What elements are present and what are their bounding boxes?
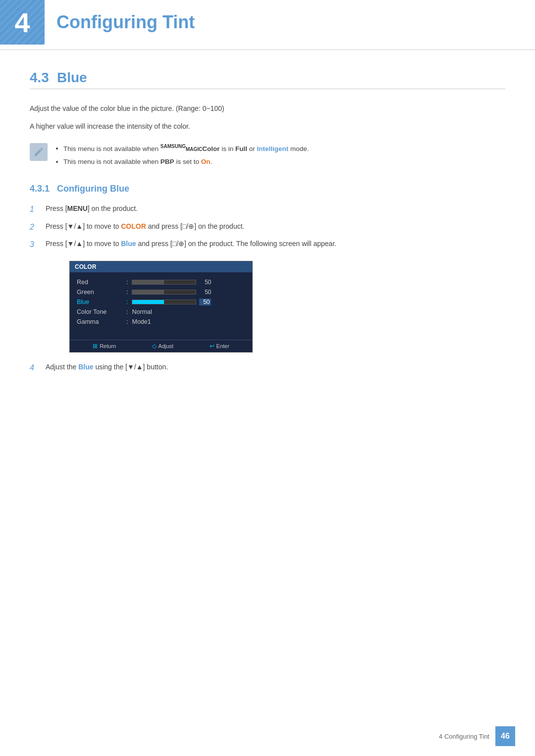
step-text-3: Press [▼/▲] to move to Blue and press [□… — [46, 238, 505, 249]
screen-bar-blue: 50 — [132, 299, 211, 305]
footer-enter-label: Enter — [216, 343, 229, 349]
step-number-4: 4 — [30, 361, 42, 374]
note-item-2: This menu is not available when PBP is s… — [63, 156, 309, 168]
screen-bar-red: 50 — [132, 279, 211, 286]
screen-footer: ⊞ Return ◇ Adjust ↩ Enter — [70, 340, 252, 352]
note-item-1: This menu is not available when SAMSUNGM… — [63, 142, 309, 154]
chapter-title: Configuring Tint — [56, 12, 195, 33]
screen-val-colortone: Normal — [132, 308, 152, 315]
step-2: 2 Press [▼/▲] to move to COLOR and press… — [30, 221, 505, 234]
screen-val-green: 50 — [199, 289, 211, 296]
note-icon — [30, 143, 48, 161]
step-1: 1 Press [MENU] on the product. — [30, 203, 505, 216]
body-text-2: A higher value will increase the intensi… — [30, 121, 505, 132]
chapter-title-area: Configuring Tint — [45, 0, 195, 45]
enter-icon: ↩ — [210, 343, 214, 350]
subsection-number: 4.3.1 — [30, 184, 50, 194]
step-3: 3 Press [▼/▲] to move to Blue and press … — [30, 238, 505, 251]
screen-label-green: Green — [77, 289, 126, 296]
footer-return-label: Return — [100, 343, 116, 349]
screen-bar-blue-track — [132, 300, 196, 304]
screen-spacer — [77, 327, 245, 336]
screen-row-gamma: Gamma : Mode1 — [77, 317, 245, 327]
steps-list-2: 4 Adjust the Blue using the [▼/▲] button… — [30, 361, 505, 374]
screen-bar-red-track — [132, 280, 196, 285]
screen-val-gamma: Mode1 — [132, 318, 151, 325]
monitor-screen: COLOR Red : 50 Green : — [69, 261, 253, 353]
screen-row-green: Green : 50 — [77, 287, 245, 297]
screen-label-colortone: Color Tone — [77, 308, 126, 315]
footer-adjust-label: Adjust — [159, 343, 174, 349]
section-title: Blue — [57, 70, 87, 85]
screen-val-red: 50 — [199, 279, 211, 286]
step-4: 4 Adjust the Blue using the [▼/▲] button… — [30, 361, 505, 374]
screen-row-red: Red : 50 — [77, 277, 245, 287]
footer-chapter-label: 4 Configuring Tint — [439, 733, 489, 740]
screen-bar-green: 50 — [132, 289, 211, 296]
screen-footer-return: ⊞ Return — [93, 343, 116, 350]
chapter-number-block: 4 — [0, 0, 45, 45]
adjust-icon: ◇ — [152, 343, 157, 350]
note-content: This menu is not available when SAMSUNGM… — [54, 142, 309, 170]
screen-row-colortone: Color Tone : Normal — [77, 307, 245, 317]
screen-bar-green-fill — [132, 290, 164, 294]
screen-label-red: Red — [77, 279, 126, 286]
note-box: This menu is not available when SAMSUNGM… — [30, 142, 505, 170]
page-footer: 4 Configuring Tint 46 — [439, 726, 515, 746]
step-number-3: 3 — [30, 238, 42, 251]
screen-footer-adjust: ◇ Adjust — [152, 343, 174, 350]
screen-footer-enter: ↩ Enter — [210, 343, 229, 350]
main-content: 4.3Blue Adjust the value of the color bl… — [0, 70, 535, 424]
subsection-title: Configuring Blue — [57, 184, 129, 194]
screen-content: Red : 50 Green : 50 — [70, 272, 252, 340]
page-number-badge: 46 — [495, 726, 515, 746]
return-icon: ⊞ — [93, 343, 98, 350]
screen-val-blue: 50 — [199, 299, 211, 305]
step-number-2: 2 — [30, 221, 42, 234]
step-text-4: Adjust the Blue using the [▼/▲] button. — [46, 361, 505, 372]
note-pencil-icon — [33, 147, 44, 157]
screen-bar-blue-fill — [132, 300, 164, 304]
steps-list: 1 Press [MENU] on the product. 2 Press [… — [30, 203, 505, 251]
section-number: 4.3 — [30, 70, 49, 85]
section-heading: 4.3Blue — [30, 70, 505, 89]
screen-row-blue: Blue : 50 — [77, 297, 245, 307]
screen-bar-red-fill — [132, 280, 164, 284]
body-text-1: Adjust the value of the color blue in th… — [30, 103, 505, 114]
chapter-number: 4 — [14, 6, 30, 39]
step-text-2: Press [▼/▲] to move to COLOR and press [… — [46, 221, 505, 232]
screen-title-bar: COLOR — [70, 261, 252, 272]
step-number-1: 1 — [30, 203, 42, 216]
screen-bar-green-track — [132, 290, 196, 295]
header-banner: 4 Configuring Tint — [0, 0, 535, 50]
step-text-1: Press [MENU] on the product. — [46, 203, 505, 214]
subsection-heading: 4.3.1 Configuring Blue — [30, 184, 505, 194]
screen-label-blue: Blue — [77, 299, 126, 305]
screen-label-gamma: Gamma — [77, 318, 126, 325]
